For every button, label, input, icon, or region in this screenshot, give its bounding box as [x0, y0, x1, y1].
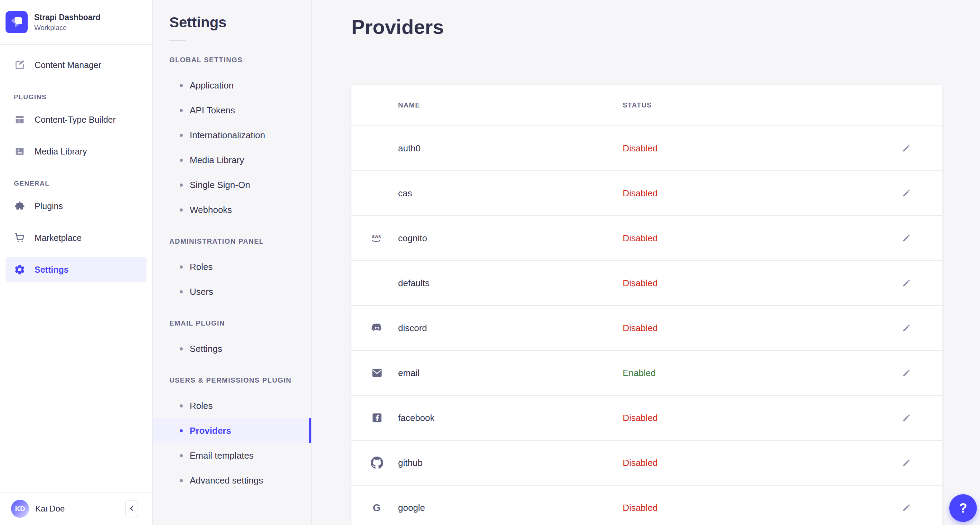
- workspace-title: Strapi Dashboard: [34, 13, 100, 22]
- bullet-icon: [180, 109, 183, 112]
- edit-provider-button[interactable]: [899, 455, 914, 470]
- sidebar-item-label: Plugins: [35, 201, 63, 211]
- table-row: email Enabled: [352, 351, 942, 396]
- strapi-admin-app: Strapi Dashboard Workplace Content Manag…: [0, 0, 980, 525]
- subnav-group-administration-panel: ADMINISTRATION PANEL: [169, 237, 311, 245]
- bullet-icon: [180, 479, 183, 482]
- edit-pencil-icon: [902, 143, 911, 153]
- workspace-brand[interactable]: Strapi Dashboard Workplace: [0, 0, 152, 45]
- table-row: aws cognito Disabled: [352, 216, 942, 261]
- subnav-item-email-settings[interactable]: Settings: [153, 336, 311, 361]
- subnav-group-users-permissions-plugin: USERS & PERMISSIONS PLUGIN: [169, 376, 311, 384]
- bullet-icon: [180, 429, 183, 433]
- sidebar-item-label: Media Library: [35, 146, 87, 157]
- edit-pencil-icon: [902, 458, 911, 468]
- status-text: Disabled: [623, 278, 899, 289]
- bullet-icon: [180, 290, 183, 293]
- subnav-item-internationalization[interactable]: Internationalization: [153, 123, 311, 148]
- sidebar-item-label: Settings: [35, 265, 69, 275]
- subnav-title: Settings: [169, 14, 311, 31]
- sidebar-item-plugins[interactable]: Plugins: [6, 194, 146, 218]
- bullet-icon: [180, 208, 183, 212]
- subnav-item-label: Advanced settings: [190, 475, 263, 486]
- subnav-item-label: Settings: [190, 344, 222, 354]
- bullet-icon: [180, 134, 183, 137]
- sidebar-item-content-type-builder[interactable]: Content-Type Builder: [6, 107, 146, 132]
- edit-provider-button[interactable]: [899, 141, 914, 156]
- subnav-item-webhooks[interactable]: Webhooks: [153, 197, 311, 222]
- table-header-row: NAME STATUS: [352, 85, 942, 126]
- sidebar-item-settings[interactable]: Settings: [6, 257, 146, 282]
- subnav-item-label: Email templates: [190, 450, 254, 461]
- github-icon: [370, 456, 384, 470]
- status-text: Disabled: [623, 143, 899, 154]
- provider-icon-slot: [370, 186, 384, 200]
- subnav-item-application[interactable]: Application: [153, 73, 311, 98]
- provider-name: email: [398, 368, 623, 379]
- table-row: defaults Disabled: [352, 261, 942, 306]
- edit-provider-button[interactable]: [899, 410, 914, 425]
- status-text: Disabled: [623, 458, 899, 468]
- table-row: auth0 Disabled: [352, 126, 942, 171]
- provider-name: discord: [398, 323, 623, 334]
- subnav-item-providers[interactable]: Providers: [153, 418, 311, 443]
- provider-name: cognito: [398, 233, 623, 243]
- provider-name: defaults: [398, 278, 623, 289]
- edit-provider-button[interactable]: [899, 231, 914, 246]
- provider-name: github: [398, 458, 623, 468]
- edit-pencil-icon: [902, 413, 911, 423]
- status-text: Disabled: [623, 233, 899, 243]
- subnav-item-admin-users[interactable]: Users: [153, 279, 311, 304]
- edit-provider-button[interactable]: [899, 365, 914, 380]
- subnav-item-advanced-settings[interactable]: Advanced settings: [153, 468, 311, 493]
- subnav-group-email-plugin: EMAIL PLUGIN: [169, 319, 311, 327]
- bullet-icon: [180, 159, 183, 162]
- page-title: Providers: [352, 14, 980, 40]
- subnav-item-single-sign-on[interactable]: Single Sign-On: [153, 172, 311, 197]
- sidebar-section-general: GENERAL: [14, 180, 152, 187]
- edit-provider-button[interactable]: [899, 275, 914, 291]
- status-text: Disabled: [623, 503, 899, 513]
- subnav-item-label: API Tokens: [190, 105, 235, 116]
- edit-pencil-icon: [902, 323, 911, 333]
- subnav-item-email-templates[interactable]: Email templates: [153, 443, 311, 468]
- subnav-item-label: Users: [190, 286, 213, 297]
- edit-provider-button[interactable]: [899, 186, 914, 201]
- subnav-item-label: Roles: [190, 401, 213, 411]
- help-button[interactable]: ?: [949, 494, 977, 522]
- table-row: github Disabled: [352, 441, 942, 485]
- status-text: Disabled: [623, 413, 899, 423]
- subnav-title-divider: [169, 40, 186, 41]
- media-library-icon: [14, 145, 25, 157]
- bullet-icon: [180, 183, 183, 187]
- sidebar-collapse-button[interactable]: [125, 500, 138, 517]
- subnav-item-media-library[interactable]: Media Library: [153, 148, 311, 172]
- subnav-item-label: Roles: [190, 262, 213, 272]
- sidebar-item-marketplace[interactable]: Marketplace: [6, 225, 146, 250]
- facebook-icon: [370, 411, 384, 425]
- subnav-item-up-roles[interactable]: Roles: [153, 393, 311, 418]
- sidebar-item-media-library[interactable]: Media Library: [6, 139, 146, 164]
- content-manager-icon: [14, 59, 25, 71]
- provider-name: cas: [398, 188, 623, 199]
- edit-provider-button[interactable]: [899, 500, 914, 515]
- status-text: Enabled: [623, 368, 899, 379]
- sidebar-item-content-manager[interactable]: Content Manager: [6, 52, 146, 78]
- settings-gear-icon: [14, 264, 25, 275]
- subnav-item-label: Providers: [190, 425, 231, 436]
- subnav-item-admin-roles[interactable]: Roles: [153, 255, 311, 279]
- bullet-icon: [180, 404, 183, 407]
- email-icon: [370, 366, 384, 380]
- table-row: cas Disabled: [352, 171, 942, 216]
- status-text: Disabled: [623, 323, 899, 334]
- subnav-item-api-tokens[interactable]: API Tokens: [153, 98, 311, 123]
- settings-subnav: Settings GLOBAL SETTINGS Application API…: [153, 0, 312, 525]
- bullet-icon: [180, 347, 183, 350]
- subnav-group-global-settings: GLOBAL SETTINGS: [169, 56, 311, 64]
- avatar: KD: [11, 500, 29, 518]
- chevron-left-icon: [127, 504, 136, 514]
- subnav-item-label: Single Sign-On: [190, 180, 250, 191]
- edit-provider-button[interactable]: [899, 320, 914, 336]
- provider-icon-slot: [370, 276, 384, 290]
- sidebar-nav: Content Manager PLUGINS Content-Type Bui…: [0, 45, 152, 492]
